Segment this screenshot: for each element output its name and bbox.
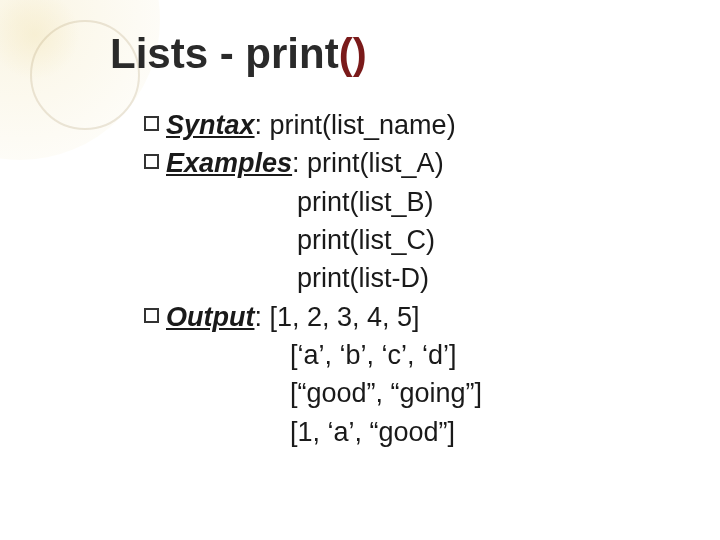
syntax-row: Syntax: print(list_name) [144, 106, 670, 144]
content-body: Syntax: print(list_name) Examples: print… [110, 106, 670, 451]
syntax-label: Syntax [166, 110, 255, 140]
syntax-value: print(list_name) [270, 110, 456, 140]
examples-line-1: Examples: print(list_A) [166, 144, 444, 182]
output-label: Output [166, 302, 254, 332]
examples-value-3: print(list_C) [144, 221, 670, 259]
output-value-4: [1, ‘a’, “good”] [144, 413, 670, 451]
output-row: Output: [1, 2, 3, 4, 5] [144, 298, 670, 336]
examples-row: Examples: print(list_A) [144, 144, 670, 182]
bullet-icon [144, 308, 159, 323]
examples-value-1: print(list_A) [307, 148, 444, 178]
output-sep: : [254, 302, 269, 332]
examples-sep: : [292, 148, 307, 178]
syntax-sep: : [255, 110, 270, 140]
title-main: Lists - print [110, 30, 339, 77]
examples-value-4: print(list-D) [144, 259, 670, 297]
bullet-icon [144, 154, 159, 169]
slide-content: Lists - print() Syntax: print(list_name)… [0, 0, 720, 481]
bullet-icon [144, 116, 159, 131]
output-line-1: Output: [1, 2, 3, 4, 5] [166, 298, 420, 336]
output-value-3: [“good”, “going”] [144, 374, 670, 412]
slide-title: Lists - print() [110, 30, 670, 78]
title-parentheses: () [339, 30, 367, 77]
output-value-1: [1, 2, 3, 4, 5] [269, 302, 419, 332]
syntax-line: Syntax: print(list_name) [166, 106, 456, 144]
output-value-2: [‘a’, ‘b’, ‘c’, ‘d’] [144, 336, 670, 374]
examples-label: Examples [166, 148, 292, 178]
examples-value-2: print(list_B) [144, 183, 670, 221]
